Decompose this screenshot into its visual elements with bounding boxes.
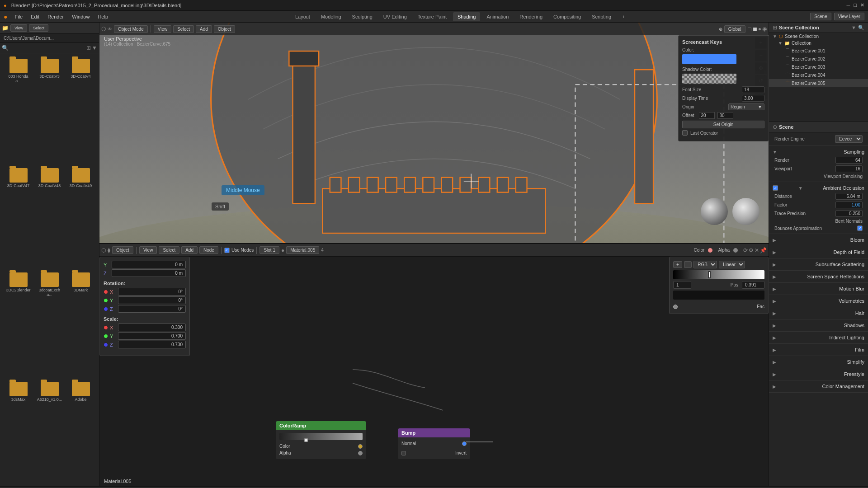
workspace-shading[interactable]: Shading [453, 12, 480, 21]
font-size-field[interactable] [742, 86, 764, 93]
rot-y-field[interactable] [118, 296, 186, 304]
cp-color-model-select[interactable]: RGB HSV [693, 261, 717, 268]
ne-icon-2[interactable]: ⚙ [749, 247, 754, 253]
cp-add-btn[interactable]: + [673, 261, 682, 268]
display-time-field[interactable] [742, 95, 764, 102]
outliner-item-bc002[interactable]: ⌒ BezierCurve.002 [769, 55, 868, 63]
list-item[interactable]: 3D-CoatV3 [35, 57, 64, 164]
menu-edit[interactable]: Edit [29, 13, 41, 20]
offset-y-field[interactable] [717, 112, 733, 119]
sidebar-select-btn[interactable]: Select [29, 24, 48, 32]
viewport-add-btn[interactable]: Add [196, 25, 212, 33]
sampling-header[interactable]: ▼ Sampling [773, 148, 864, 156]
dark-gradient-bar[interactable] [673, 291, 764, 300]
workspace-compositing[interactable]: Compositing [549, 12, 585, 21]
list-item[interactable]: 3DC2Blender [4, 271, 33, 378]
outliner-filter-icon[interactable]: ▼ [851, 25, 856, 31]
workspace-modeling[interactable]: Modeling [316, 12, 346, 21]
ne-add-btn[interactable]: Add [181, 246, 198, 254]
color-ramp-alpha-socket[interactable] [358, 451, 363, 455]
workspace-animation[interactable]: Animation [482, 12, 513, 21]
workspace-sculpting[interactable]: Sculpting [348, 12, 377, 21]
shading-solid-icon[interactable]: ◼ [753, 26, 757, 32]
cp-pos-field[interactable] [742, 281, 764, 289]
list-item[interactable]: 3D-CoatV47 [4, 166, 33, 269]
viewport-samples-field[interactable] [835, 165, 863, 172]
outliner-item-bc003[interactable]: ⌒ BezierCurve.003 [769, 63, 868, 71]
last-operator-checkbox[interactable] [682, 130, 688, 136]
ssr-header[interactable]: ▶ Screen Space Reflections [773, 272, 864, 281]
outliner-search-icon[interactable]: 🔍 [858, 25, 864, 31]
origin-dropdown[interactable]: Region ▼ [728, 103, 764, 110]
mat-sphere-preview[interactable] [732, 198, 760, 225]
ne-alpha-dot[interactable] [733, 248, 738, 253]
shadows-header[interactable]: ▶ Shadows [773, 321, 864, 329]
maximize-button[interactable]: □ [854, 2, 857, 8]
list-item[interactable]: A6210_v1.0... [35, 380, 64, 483]
outliner-item-bc005[interactable]: ⌒ BezierCurve.005 [769, 79, 868, 87]
viewport-3d[interactable]: ⬡ 👁 Object Mode View Select Add Object ⊕… [99, 23, 769, 244]
tp-y-field[interactable] [112, 261, 186, 268]
sidebar-view-btn[interactable]: View [10, 24, 27, 32]
list-item[interactable]: 3D-CoatV49 [66, 166, 95, 269]
material-selector[interactable]: Material.005 [286, 246, 319, 254]
shading-render-icon[interactable]: ◉ [762, 26, 767, 32]
list-item[interactable]: 003 Honda a... [4, 57, 33, 164]
color-swatch-blue[interactable] [682, 54, 736, 64]
grid-view-btn[interactable]: ⊞ [86, 45, 91, 51]
rot-x-field[interactable] [118, 288, 186, 296]
film-header[interactable]: ▶ Film [773, 346, 864, 354]
hair-header[interactable]: ▶ Hair [773, 309, 864, 317]
workspace-uv-editing[interactable]: UV Editing [379, 12, 411, 21]
sss-header[interactable]: ▶ Subsurface Scattering [773, 260, 864, 268]
tp-z-field[interactable] [112, 269, 186, 277]
ne-pin-icon[interactable]: 📌 [760, 247, 767, 253]
scene-props-icon[interactable]: ⊙ [773, 124, 777, 130]
ne-view-btn[interactable]: View [139, 246, 157, 254]
list-item[interactable]: 3D-CoatV48 [35, 166, 64, 269]
cp-value-field[interactable] [673, 281, 691, 289]
ao-factor-field[interactable] [835, 202, 863, 208]
gradient-handle[interactable] [708, 271, 711, 278]
workspace-scripting[interactable]: Scripting [587, 12, 616, 21]
workspace-add[interactable]: + [618, 12, 629, 21]
list-item[interactable]: 3dsMax [4, 380, 33, 483]
motion-blur-header[interactable]: ▶ Motion Blur [773, 285, 864, 293]
ao-distance-field[interactable] [835, 193, 863, 200]
env-sphere-preview[interactable] [701, 198, 728, 225]
viewport-view-btn[interactable]: View [154, 25, 172, 33]
volumetrics-header[interactable]: ▶ Volumetrics [773, 297, 864, 305]
ne-color-dot[interactable] [708, 248, 712, 253]
use-nodes-toggle[interactable]: Use Nodes [224, 248, 254, 253]
view-layer-selector[interactable]: View Layer [834, 13, 864, 20]
scale-x-field[interactable] [118, 324, 186, 331]
outliner-item-bc001[interactable]: ⌒ BezierCurve.001 [769, 47, 868, 55]
window-controls[interactable]: ─ □ ✕ [847, 2, 864, 8]
rot-z-field[interactable] [118, 305, 186, 313]
minimize-button[interactable]: ─ [847, 2, 850, 8]
use-nodes-checkbox[interactable] [224, 248, 230, 253]
menu-help[interactable]: Help [96, 13, 110, 20]
workspace-layout[interactable]: Layout [291, 12, 315, 21]
scale-z-field[interactable] [118, 341, 186, 348]
ne-icon-1[interactable]: ⟳ [743, 247, 748, 253]
global-btn[interactable]: Global [724, 25, 745, 33]
ao-checkbox[interactable] [773, 185, 778, 191]
outliner-item-bc004[interactable]: ⌒ BezierCurve.004 [769, 71, 868, 79]
dof-header[interactable]: ▶ Depth of Field [773, 248, 864, 256]
render-engine-select[interactable]: Eevee Cycles [835, 135, 863, 143]
menu-file[interactable]: File [13, 13, 24, 20]
cp-remove-btn[interactable]: - [684, 261, 692, 268]
ne-select-btn[interactable]: Select [159, 246, 179, 254]
ao-trace-field[interactable] [835, 210, 863, 217]
list-item[interactable]: 3D-CoatV4 [66, 57, 95, 164]
menu-render[interactable]: Render [46, 13, 66, 20]
ne-object-btn[interactable]: Object [112, 246, 133, 254]
bump-node[interactable]: Bump Normal Invert [398, 428, 470, 459]
set-origin-button[interactable]: Set Origin [682, 121, 764, 128]
ne-close-icon[interactable]: ✕ [755, 247, 759, 253]
list-item[interactable]: 3DMark [66, 271, 95, 378]
scene-selector[interactable]: Scene [810, 13, 831, 20]
object-mode-button[interactable]: Object Mode [114, 25, 148, 33]
workspace-rendering[interactable]: Rendering [515, 12, 547, 21]
